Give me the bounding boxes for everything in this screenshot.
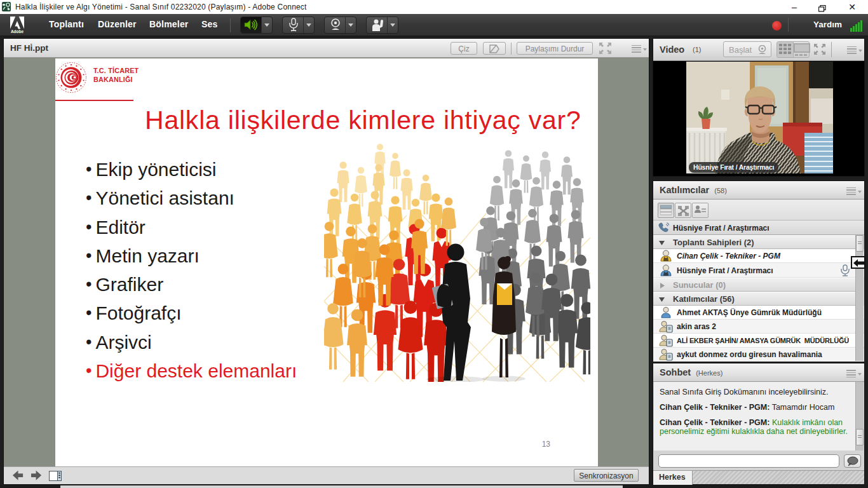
svg-text:T.C. TİCARET: T.C. TİCARET bbox=[93, 67, 139, 74]
svg-text:Adobe: Adobe bbox=[11, 29, 24, 34]
svg-text:BAKANLIĞI: BAKANLIĞI bbox=[93, 76, 133, 83]
